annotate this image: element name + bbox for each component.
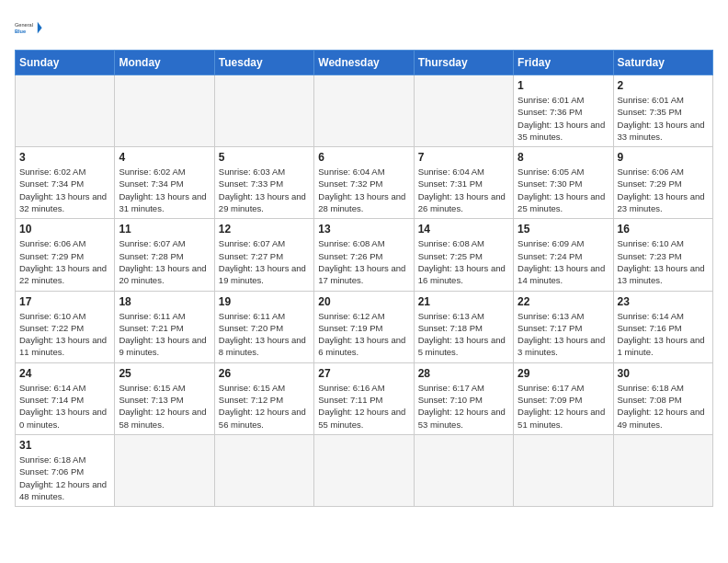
calendar-week-row: 31Sunrise: 6:18 AM Sunset: 7:06 PM Dayli…	[16, 434, 713, 506]
day-number: 4	[119, 151, 210, 164]
calendar-cell	[314, 75, 414, 147]
day-sun-info: Sunrise: 6:18 AM Sunset: 7:08 PM Dayligh…	[618, 382, 709, 431]
day-sun-info: Sunrise: 6:17 AM Sunset: 7:09 PM Dayligh…	[518, 382, 609, 431]
calendar-cell: 1Sunrise: 6:01 AM Sunset: 7:36 PM Daylig…	[514, 75, 613, 147]
day-sun-info: Sunrise: 6:18 AM Sunset: 7:06 PM Dayligh…	[19, 454, 110, 502]
day-number: 12	[219, 223, 310, 236]
calendar-table: SundayMondayTuesdayWednesdayThursdayFrid…	[15, 50, 713, 507]
day-number: 19	[219, 295, 310, 308]
day-number: 6	[318, 151, 409, 164]
day-sun-info: Sunrise: 6:14 AM Sunset: 7:16 PM Dayligh…	[618, 310, 709, 359]
day-number: 8	[518, 151, 609, 164]
calendar-cell: 24Sunrise: 6:14 AM Sunset: 7:14 PM Dayli…	[16, 362, 115, 434]
calendar-cell: 14Sunrise: 6:08 AM Sunset: 7:25 PM Dayli…	[414, 219, 513, 291]
day-sun-info: Sunrise: 6:16 AM Sunset: 7:11 PM Dayligh…	[318, 382, 409, 431]
day-number: 7	[418, 151, 509, 164]
svg-text:Blue: Blue	[15, 29, 26, 34]
calendar-cell	[414, 75, 513, 147]
calendar-cell: 19Sunrise: 6:11 AM Sunset: 7:20 PM Dayli…	[214, 291, 313, 362]
calendar-week-row: 24Sunrise: 6:14 AM Sunset: 7:14 PM Dayli…	[16, 362, 713, 434]
day-number: 3	[19, 151, 110, 164]
day-sun-info: Sunrise: 6:10 AM Sunset: 7:23 PM Dayligh…	[618, 237, 709, 286]
day-sun-info: Sunrise: 6:12 AM Sunset: 7:19 PM Dayligh…	[318, 310, 409, 359]
calendar-cell	[115, 434, 214, 506]
day-number: 22	[518, 295, 609, 308]
calendar-header-row: SundayMondayTuesdayWednesdayThursdayFrid…	[16, 51, 713, 75]
calendar-cell: 28Sunrise: 6:17 AM Sunset: 7:10 PM Dayli…	[414, 362, 513, 434]
day-sun-info: Sunrise: 6:10 AM Sunset: 7:22 PM Dayligh…	[19, 310, 110, 359]
calendar-cell: 7Sunrise: 6:04 AM Sunset: 7:31 PM Daylig…	[414, 147, 513, 219]
calendar-cell	[115, 75, 214, 147]
day-number: 27	[318, 367, 409, 380]
calendar-cell	[613, 434, 712, 506]
svg-marker-2	[38, 22, 42, 34]
calendar-cell: 12Sunrise: 6:07 AM Sunset: 7:27 PM Dayli…	[214, 219, 313, 291]
day-sun-info: Sunrise: 6:15 AM Sunset: 7:12 PM Dayligh…	[219, 382, 310, 431]
day-sun-info: Sunrise: 6:15 AM Sunset: 7:13 PM Dayligh…	[119, 382, 210, 431]
day-number: 23	[618, 295, 709, 308]
calendar-cell: 11Sunrise: 6:07 AM Sunset: 7:28 PM Dayli…	[115, 219, 214, 291]
day-sun-info: Sunrise: 6:07 AM Sunset: 7:28 PM Dayligh…	[119, 237, 210, 286]
day-sun-info: Sunrise: 6:04 AM Sunset: 7:31 PM Dayligh…	[418, 166, 509, 214]
calendar-cell: 22Sunrise: 6:13 AM Sunset: 7:17 PM Dayli…	[514, 291, 613, 362]
calendar-cell: 15Sunrise: 6:09 AM Sunset: 7:24 PM Dayli…	[514, 219, 613, 291]
day-sun-info: Sunrise: 6:06 AM Sunset: 7:29 PM Dayligh…	[19, 237, 110, 286]
calendar-cell: 6Sunrise: 6:04 AM Sunset: 7:32 PM Daylig…	[314, 147, 414, 219]
calendar-cell: 5Sunrise: 6:03 AM Sunset: 7:33 PM Daylig…	[214, 147, 313, 219]
col-header-sunday: Sunday	[16, 51, 115, 75]
calendar-cell	[314, 434, 414, 506]
calendar-cell	[214, 75, 313, 147]
day-sun-info: Sunrise: 6:05 AM Sunset: 7:30 PM Dayligh…	[518, 166, 609, 214]
calendar-cell: 25Sunrise: 6:15 AM Sunset: 7:13 PM Dayli…	[115, 362, 214, 434]
day-sun-info: Sunrise: 6:11 AM Sunset: 7:20 PM Dayligh…	[219, 310, 310, 359]
col-header-monday: Monday	[115, 51, 214, 75]
calendar-week-row: 3Sunrise: 6:02 AM Sunset: 7:34 PM Daylig…	[16, 147, 713, 219]
calendar-cell: 9Sunrise: 6:06 AM Sunset: 7:29 PM Daylig…	[613, 147, 712, 219]
day-sun-info: Sunrise: 6:09 AM Sunset: 7:24 PM Dayligh…	[518, 237, 609, 286]
page-header: GeneralBlue	[15, 15, 713, 40]
calendar-cell: 10Sunrise: 6:06 AM Sunset: 7:29 PM Dayli…	[16, 219, 115, 291]
day-sun-info: Sunrise: 6:02 AM Sunset: 7:34 PM Dayligh…	[119, 166, 210, 214]
day-number: 10	[19, 223, 110, 236]
calendar-week-row: 1Sunrise: 6:01 AM Sunset: 7:36 PM Daylig…	[16, 75, 713, 147]
day-sun-info: Sunrise: 6:02 AM Sunset: 7:34 PM Dayligh…	[19, 166, 110, 214]
col-header-thursday: Thursday	[414, 51, 513, 75]
col-header-friday: Friday	[514, 51, 613, 75]
day-sun-info: Sunrise: 6:03 AM Sunset: 7:33 PM Dayligh…	[219, 166, 310, 214]
day-number: 13	[318, 223, 409, 236]
day-sun-info: Sunrise: 6:08 AM Sunset: 7:25 PM Dayligh…	[418, 237, 509, 286]
calendar-cell: 26Sunrise: 6:15 AM Sunset: 7:12 PM Dayli…	[214, 362, 313, 434]
day-number: 5	[219, 151, 310, 164]
calendar-cell: 30Sunrise: 6:18 AM Sunset: 7:08 PM Dayli…	[613, 362, 712, 434]
day-sun-info: Sunrise: 6:13 AM Sunset: 7:18 PM Dayligh…	[418, 310, 509, 359]
day-sun-info: Sunrise: 6:01 AM Sunset: 7:36 PM Dayligh…	[518, 94, 609, 143]
calendar-week-row: 17Sunrise: 6:10 AM Sunset: 7:22 PM Dayli…	[16, 291, 713, 362]
day-sun-info: Sunrise: 6:01 AM Sunset: 7:35 PM Dayligh…	[618, 94, 709, 143]
day-number: 25	[119, 367, 210, 380]
calendar-cell	[214, 434, 313, 506]
day-number: 29	[518, 367, 609, 380]
day-number: 1	[518, 79, 609, 92]
day-number: 20	[318, 295, 409, 308]
calendar-cell: 27Sunrise: 6:16 AM Sunset: 7:11 PM Dayli…	[314, 362, 414, 434]
calendar-cell: 3Sunrise: 6:02 AM Sunset: 7:34 PM Daylig…	[16, 147, 115, 219]
day-sun-info: Sunrise: 6:08 AM Sunset: 7:26 PM Dayligh…	[318, 237, 409, 286]
col-header-wednesday: Wednesday	[314, 51, 414, 75]
day-number: 21	[418, 295, 509, 308]
day-sun-info: Sunrise: 6:14 AM Sunset: 7:14 PM Dayligh…	[19, 382, 110, 431]
calendar-cell: 20Sunrise: 6:12 AM Sunset: 7:19 PM Dayli…	[314, 291, 414, 362]
col-header-tuesday: Tuesday	[214, 51, 313, 75]
generalblue-logo-icon: GeneralBlue	[15, 15, 44, 40]
calendar-cell: 13Sunrise: 6:08 AM Sunset: 7:26 PM Dayli…	[314, 219, 414, 291]
col-header-saturday: Saturday	[613, 51, 712, 75]
day-sun-info: Sunrise: 6:07 AM Sunset: 7:27 PM Dayligh…	[219, 237, 310, 286]
day-number: 24	[19, 367, 110, 380]
day-number: 15	[518, 223, 609, 236]
day-number: 2	[618, 79, 709, 92]
calendar-week-row: 10Sunrise: 6:06 AM Sunset: 7:29 PM Dayli…	[16, 219, 713, 291]
svg-text:General: General	[15, 22, 33, 28]
calendar-cell: 18Sunrise: 6:11 AM Sunset: 7:21 PM Dayli…	[115, 291, 214, 362]
logo: GeneralBlue	[15, 15, 44, 40]
day-sun-info: Sunrise: 6:11 AM Sunset: 7:21 PM Dayligh…	[119, 310, 210, 359]
day-number: 16	[618, 223, 709, 236]
